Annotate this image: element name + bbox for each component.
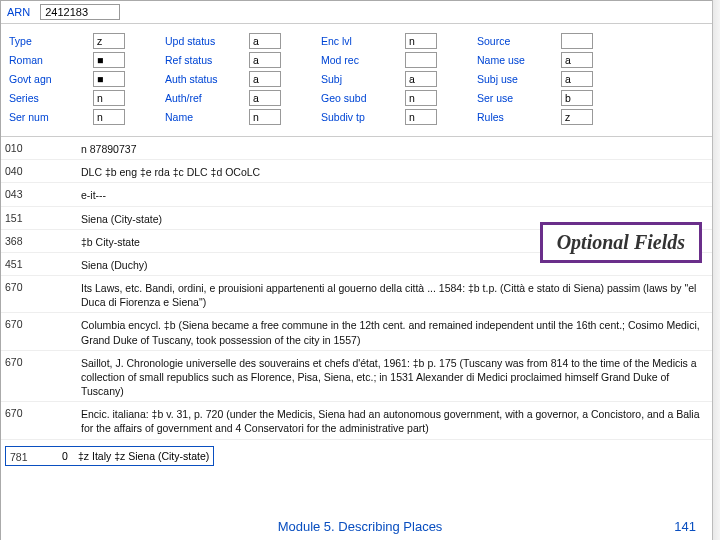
fixed-input[interactable] — [93, 90, 125, 106]
tag-indicators — [47, 316, 75, 318]
fixed-label: Mod rec — [317, 54, 397, 66]
tag-value: n 87890737 — [81, 140, 708, 156]
tag-number: 151 — [5, 210, 41, 224]
fixed-row: Ser num Name Subdiv tp Rules — [5, 109, 708, 125]
tag-row[interactable]: 670 Columbia encycl. ‡b (Siena became a … — [1, 313, 712, 350]
tag-indicators — [47, 354, 75, 356]
highlighted-781-row: 781 0 ‡z Italy ‡z Siena (City-state) — [5, 446, 214, 466]
tag-indicators — [47, 256, 75, 258]
tag-number: 670 — [5, 316, 41, 330]
fixed-label: Ser num — [5, 111, 85, 123]
fixed-label: Ser use — [473, 92, 553, 104]
fixed-label: Type — [5, 35, 85, 47]
tag-indicators — [47, 186, 75, 188]
arn-row: ARN — [1, 1, 712, 24]
tag-indicators — [47, 233, 75, 235]
tag-row[interactable]: 670 Saillot, J. Chronologie universelle … — [1, 351, 712, 403]
tag-value: Encic. italiana: ‡b v. 31, p. 720 (under… — [81, 405, 708, 435]
fixed-input[interactable] — [561, 109, 593, 125]
callout-text: Optional Fields — [557, 231, 685, 253]
fixed-row: Roman Ref status Mod rec Name use — [5, 52, 708, 68]
fixed-label: Geo subd — [317, 92, 397, 104]
fixed-label: Govt agn — [5, 73, 85, 85]
page-number: 141 — [674, 519, 696, 534]
fixed-input[interactable] — [93, 52, 125, 68]
fixed-label: Name — [161, 111, 241, 123]
tag-row[interactable]: 670 Its Laws, etc. Bandi, ordini, e prou… — [1, 276, 712, 313]
tag-number: 010 — [5, 140, 41, 154]
tag-number: 043 — [5, 186, 41, 200]
fixed-label: Subj use — [473, 73, 553, 85]
fixed-label: Subj — [317, 73, 397, 85]
tag-row[interactable]: 670 Encic. italiana: ‡b v. 31, p. 720 (u… — [1, 402, 712, 439]
tag-row[interactable]: 040 DLC ‡b eng ‡e rda ‡c DLC ‡d OCoLC — [1, 160, 712, 183]
fixed-label: Roman — [5, 54, 85, 66]
fixed-label: Enc lvl — [317, 35, 397, 47]
arn-label: ARN — [7, 6, 30, 18]
fixed-input[interactable] — [561, 33, 593, 49]
fixed-input[interactable] — [93, 33, 125, 49]
fixed-input[interactable] — [561, 90, 593, 106]
tag-indicators — [47, 405, 75, 407]
tag-indicators — [47, 163, 75, 165]
tag-value: e-it--- — [81, 186, 708, 202]
tag-number: 670 — [5, 279, 41, 293]
tag-row[interactable]: 010 n 87890737 — [1, 137, 712, 160]
fixed-input[interactable] — [405, 33, 437, 49]
fixed-input[interactable] — [249, 52, 281, 68]
tag-value: ‡z Italy ‡z Siena (City-state) — [78, 450, 209, 462]
fixed-label: Ref status — [161, 54, 241, 66]
fixed-row: Govt agn Auth status Subj Subj use — [5, 71, 708, 87]
tag-row-781[interactable]: 781 0 ‡z Italy ‡z Siena (City-state) — [1, 440, 712, 469]
fixed-input[interactable] — [249, 33, 281, 49]
fixed-label: Auth/ref — [161, 92, 241, 104]
fixed-label: Subdiv tp — [317, 111, 397, 123]
fixed-label: Series — [5, 92, 85, 104]
module-title: Module 5. Describing Places — [278, 519, 443, 534]
fixed-input[interactable] — [249, 71, 281, 87]
fixed-input[interactable] — [561, 71, 593, 87]
fixed-input[interactable] — [249, 109, 281, 125]
slide-footer: Module 5. Describing Places 141 — [0, 519, 720, 534]
variable-fields: 010 n 87890737 040 DLC ‡b eng ‡e rda ‡c … — [1, 137, 712, 469]
tag-number: 368 — [5, 233, 41, 247]
tag-indicators — [47, 279, 75, 281]
fixed-row: Series Auth/ref Geo subd Ser use — [5, 90, 708, 106]
fixed-input[interactable] — [93, 71, 125, 87]
fixed-label: Name use — [473, 54, 553, 66]
tag-value: DLC ‡b eng ‡e rda ‡c DLC ‡d OCoLC — [81, 163, 708, 179]
fixed-input[interactable] — [561, 52, 593, 68]
optional-fields-callout: Optional Fields — [540, 222, 702, 263]
fixed-label: Auth status — [161, 73, 241, 85]
tag-value: Its Laws, etc. Bandi, ordini, e prouisio… — [81, 279, 708, 309]
tag-number: 781 — [10, 449, 40, 463]
fixed-input[interactable] — [405, 52, 437, 68]
tag-number: 040 — [5, 163, 41, 177]
fixed-label: Source — [473, 35, 553, 47]
tag-indicators — [47, 210, 75, 212]
fixed-input[interactable] — [93, 109, 125, 125]
fixed-input[interactable] — [405, 90, 437, 106]
fixed-field-grid: Type Upd status Enc lvl Source Roman Ref… — [1, 24, 712, 137]
arn-input[interactable] — [40, 4, 120, 20]
fixed-input[interactable] — [405, 71, 437, 87]
record-panel: ARN Type Upd status Enc lvl Source Roman… — [0, 0, 712, 540]
tag-row[interactable]: 043 e-it--- — [1, 183, 712, 206]
tag-number: 670 — [5, 405, 41, 419]
fixed-label: Upd status — [161, 35, 241, 47]
tag-number: 451 — [5, 256, 41, 270]
scrollbar[interactable] — [712, 0, 720, 540]
fixed-label: Rules — [473, 111, 553, 123]
fixed-input[interactable] — [249, 90, 281, 106]
tag-value: Saillot, J. Chronologie universelle des … — [81, 354, 708, 399]
tag-number: 670 — [5, 354, 41, 368]
fixed-input[interactable] — [405, 109, 437, 125]
indicator-2: 0 — [62, 450, 72, 462]
tag-value: Columbia encycl. ‡b (Siena became a free… — [81, 316, 708, 346]
fixed-row: Type Upd status Enc lvl Source — [5, 33, 708, 49]
tag-indicators — [47, 140, 75, 142]
